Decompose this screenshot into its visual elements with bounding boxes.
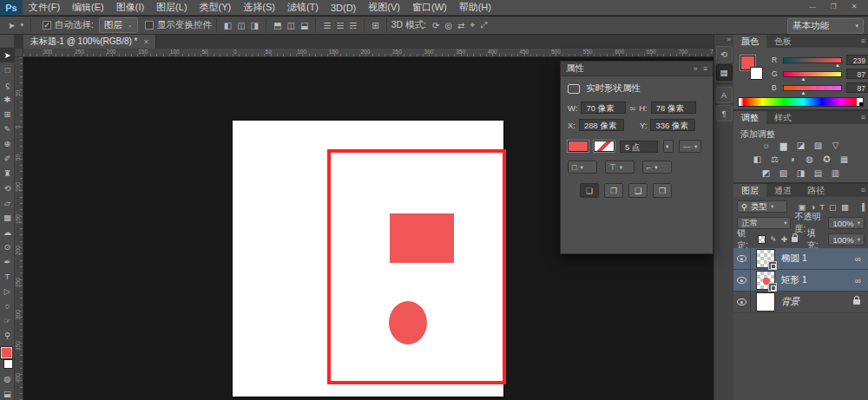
panel-menu-icon[interactable]: ≡ (703, 64, 707, 73)
combine-shapes-op-button[interactable]: ❐ (604, 183, 623, 198)
gradient-map-icon[interactable]: ▥ (830, 167, 842, 179)
workspace-switcher[interactable]: 基本功能 ▾ (787, 18, 864, 34)
eraser-tool[interactable]: ▱ (0, 195, 15, 210)
brush-tool[interactable]: ✐ (0, 151, 15, 166)
vertical-ruler[interactable]: 50050100150200250300350400 (15, 57, 23, 400)
collapse-panel-icon[interactable]: » (694, 64, 698, 73)
menu-item-4[interactable]: 类型(Y) (194, 0, 238, 16)
background-color-swatch[interactable] (3, 359, 13, 369)
type-tool[interactable]: T (0, 269, 15, 284)
align-vertical-centers-icon[interactable]: ◫ (285, 21, 298, 30)
clone-stamp-tool[interactable]: ♜ (0, 166, 15, 180)
blur-tool[interactable]: ☁ (0, 225, 15, 239)
expand-panels-icon[interactable]: » (714, 35, 733, 44)
restore-button[interactable]: ❐ (823, 0, 844, 13)
auto-select-checkbox[interactable]: ✓ (43, 21, 51, 30)
layer-thumbnail[interactable] (756, 292, 775, 311)
align-top-edges-icon[interactable]: ⬒ (271, 21, 284, 30)
stroke-align-select[interactable]: □▾ (568, 161, 597, 174)
invert-icon[interactable]: ◩ (760, 167, 773, 179)
quick-mask-button[interactable]: ◍ (0, 371, 15, 386)
history-panel-icon[interactable]: ⟲ (716, 46, 733, 62)
tab-swatches[interactable]: 色板 (766, 35, 799, 48)
stroke-corners-select[interactable]: ⌐▾ (642, 161, 672, 174)
hue-saturation-icon[interactable]: ◧ (752, 154, 764, 165)
exposure-icon[interactable]: ▨ (812, 140, 825, 151)
lock-all-icon[interactable] (792, 237, 798, 242)
properties-panel-header[interactable]: 属性 » ≡ (561, 62, 713, 76)
new-layer-op-button[interactable]: ❏ (580, 183, 599, 198)
stroke-style-select[interactable]: — ▾ (679, 140, 701, 153)
align-horizontal-centers-icon[interactable]: ◫ (234, 21, 247, 30)
layer-filter-toggle[interactable]: ▐ (859, 203, 865, 211)
curves-icon[interactable]: ◪ (795, 140, 807, 151)
shape-stroke-color-swatch[interactable] (594, 141, 615, 152)
rectangular-marquee-tool[interactable]: □ (0, 62, 15, 77)
spectrum-black-swatch[interactable] (859, 102, 863, 106)
screen-mode-button[interactable]: ⬓ (0, 386, 15, 400)
intersect-shape-op-button[interactable]: ❒ (653, 183, 672, 198)
channel-b-value[interactable]: 87 (846, 82, 868, 93)
channel-g-value[interactable]: 87 (846, 69, 868, 79)
tab-styles[interactable]: 样式 (766, 111, 799, 124)
menu-item-3[interactable]: 图层(L) (150, 0, 193, 16)
panel-menu-icon[interactable]: ≡ (861, 113, 865, 121)
slider-thumb-icon[interactable]: ▲ (800, 76, 806, 82)
color-balance-icon[interactable]: ⚖ (769, 154, 781, 165)
3d-roll-icon[interactable]: ◎ (442, 21, 455, 30)
channel-b-slider[interactable]: ▲ (783, 85, 842, 91)
opacity-select[interactable]: 100% ▾ (828, 217, 865, 229)
document-close-icon[interactable]: × (144, 37, 149, 47)
slider-thumb-icon[interactable]: ▲ (800, 90, 806, 95)
slider-thumb-icon[interactable]: ▲ (835, 62, 840, 68)
3d-slide-icon[interactable]: ⌖ (468, 20, 478, 30)
brightness-contrast-icon[interactable]: ☼ (760, 140, 773, 151)
filter-shape-layers-icon[interactable]: ▢ (829, 202, 837, 212)
tab-adjustments[interactable]: 调整 (733, 111, 766, 124)
layer-thumbnail[interactable] (756, 271, 775, 290)
menu-item-0[interactable]: 文件(F) (23, 0, 66, 16)
auto-select-target-select[interactable]: 图层 ⌄ (99, 17, 138, 33)
ruler-origin-corner[interactable] (15, 49, 23, 57)
tab-paths[interactable]: 路径 (799, 184, 832, 197)
levels-icon[interactable]: ▆ (778, 140, 790, 151)
quick-selection-tool[interactable]: ✱ (0, 92, 15, 107)
menu-item-10[interactable]: 帮助(H) (453, 0, 497, 16)
menu-item-5[interactable]: 选择(S) (237, 0, 281, 16)
fill-select[interactable]: 100% ▾ (828, 233, 865, 246)
menu-item-9[interactable]: 窗口(W) (406, 0, 453, 16)
menu-item-8[interactable]: 视图(V) (362, 0, 406, 16)
menu-item-1[interactable]: 编辑(E) (66, 0, 110, 16)
zoom-tool[interactable]: ⚲ (0, 328, 15, 343)
color-lookup-icon[interactable]: ▦ (838, 154, 851, 165)
lock-paint-icon[interactable]: ✎ (770, 235, 777, 244)
hand-tool[interactable]: ☞ (0, 313, 15, 328)
properties-panel-icon[interactable]: ▤ (716, 64, 733, 81)
stroke-caps-select[interactable]: ⊤▾ (605, 161, 635, 174)
history-brush-tool[interactable]: ⟲ (0, 180, 15, 195)
channel-r-slider[interactable]: ▲ (783, 57, 842, 63)
document-tab[interactable]: 未标题-1 @ 100%(RGB/8) * × (23, 35, 156, 49)
panel-menu-icon[interactable]: ≡ (861, 36, 865, 45)
layer-visibility-toggle[interactable] (733, 270, 751, 291)
close-button[interactable]: ✕ (844, 0, 865, 13)
tab-channels[interactable]: 通道 (766, 184, 799, 197)
move-tool[interactable]: ➤ (0, 48, 15, 62)
character-panel-icon[interactable]: A (716, 87, 733, 103)
channel-r-value[interactable]: 239 (846, 55, 868, 65)
show-transform-controls-checkbox[interactable] (145, 21, 154, 30)
ellipse-shape-tool[interactable]: ○ (0, 298, 15, 313)
layer-filter-type-select[interactable]: ⚲ 类型 ▾ (737, 200, 787, 213)
width-field[interactable]: 70 像素 (581, 102, 626, 114)
tool-preset-arrow-icon[interactable]: ▾ (17, 22, 26, 29)
filter-adjustment-layers-icon[interactable]: ◑ (810, 202, 815, 212)
menu-item-2[interactable]: 图像(I) (110, 0, 150, 16)
eyedropper-tool[interactable]: ✎ (0, 121, 15, 136)
align-right-edges-icon[interactable]: ◨ (248, 21, 261, 30)
align-left-edges-icon[interactable]: ◧ (221, 21, 234, 30)
tab-color[interactable]: 颜色 (733, 35, 766, 48)
vibrance-icon[interactable]: ▽ (830, 140, 842, 151)
filter-type-layers-icon[interactable]: T (819, 202, 825, 212)
color-spectrum-ramp[interactable] (738, 97, 864, 107)
subtract-shape-op-button[interactable]: ❑ (628, 183, 648, 198)
